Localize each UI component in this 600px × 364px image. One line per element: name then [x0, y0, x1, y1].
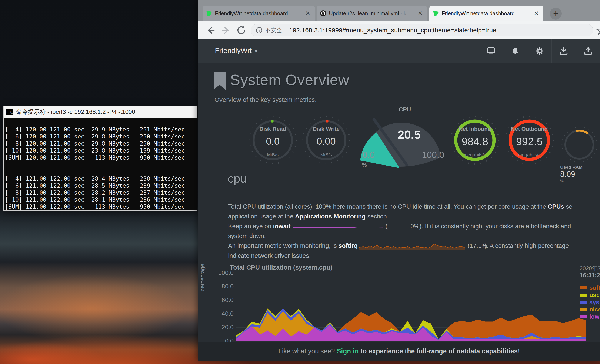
browser-window: FriendlyWrt netdata dashboard ✕ Update r…: [198, 0, 600, 361]
tab-separator: [315, 9, 315, 18]
cpu-description: Total CPU utilization (all cores). 100% …: [228, 202, 599, 261]
address-bar[interactable]: 不安全 192.168.2.1:19999/#menu_system_subme…: [251, 24, 593, 36]
gauge-disk-write[interactable]: Disk Write 0.00 MiB/s: [301, 115, 352, 166]
gauge-disk-read[interactable]: Disk Read 0.0 MiB/s: [247, 115, 298, 166]
new-tab-button[interactable]: +: [550, 8, 562, 19]
paragraph-line: Keep an eye on iowait (0%). If it is con…: [228, 221, 599, 231]
gauge-net-outbound[interactable]: Net Outbound 992.5 megabits/s: [504, 115, 555, 166]
softirq-sparkline[interactable]: [359, 241, 466, 251]
terminal-line: [ 10] 120.00-121.00 sec 23.8 MBytes 199 …: [5, 147, 197, 154]
reload-button[interactable]: [235, 24, 247, 36]
y-axis-label: percentage: [199, 264, 206, 291]
gauge-unit: megabits/s: [504, 152, 555, 158]
terminal-line: [SUM] 120.00-121.00 sec 113 MBytes 950 M…: [5, 154, 197, 161]
terminal-output: - - - - - - - - - - - - - - - - - - - - …: [5, 119, 197, 210]
terminal-titlebar[interactable]: C:\_ 命令提示符 - iperf3 -c 192.168.1.2 -P4 -…: [4, 106, 197, 118]
tab-friendlywrt-dashboard-1[interactable]: FriendlyWrt netdata dashboard ✕: [203, 6, 315, 21]
info-icon[interactable]: [255, 27, 263, 34]
terminal-line: [5, 168, 197, 175]
netdata-icon: [433, 10, 439, 17]
chart-date: 2020年3: [580, 265, 600, 272]
gauge-unit: %: [560, 179, 599, 183]
import-button[interactable]: [552, 39, 576, 63]
paragraph-line: indicate network driver issues.: [228, 251, 599, 261]
export-button[interactable]: [576, 39, 600, 63]
iowait-value: 0%: [387, 221, 419, 231]
tab-github-commit[interactable]: Update r2s_lean_minimal.yml · k ✕: [317, 6, 427, 21]
netdata-icon: [206, 10, 212, 17]
tab-title: FriendlyWrt netdata dashboard: [215, 10, 301, 17]
terminal-line: [ 4] 121.00-122.00 sec 28.4 MBytes 238 M…: [5, 175, 197, 182]
softirq-value: 17.1%: [469, 241, 485, 251]
gauge-net-inbound[interactable]: Net Inbound 984.8 megabits/s: [449, 115, 500, 166]
bookmark-star-icon[interactable]: [595, 24, 600, 36]
disk-read-dot: [271, 120, 274, 122]
cmd-icon: C:\_: [6, 109, 13, 115]
alarms-button[interactable]: [503, 39, 527, 63]
iowait-sparkline[interactable]: [292, 225, 384, 228]
tab-strip: FriendlyWrt netdata dashboard ✕ Update r…: [198, 0, 600, 21]
bell-icon: [511, 47, 520, 55]
gauge-cpu[interactable]: CPU 20.5 0.0 100.0 %: [356, 106, 454, 170]
chart-title: Total CPU utilization (system.cpu): [230, 264, 333, 271]
legend-item-softirq[interactable]: soft: [580, 285, 600, 291]
gauge-used-ram[interactable]: Used RAM 8.09 %: [560, 126, 599, 164]
terminal-line: [ 4] 120.00-121.00 sec 29.9 MBytes 251 M…: [5, 126, 197, 133]
section-title-cpu: cpu: [228, 171, 247, 185]
gauge-unit: megabits/s: [449, 152, 500, 158]
tab-friendlywrt-dashboard-2-active[interactable]: FriendlyWrt netdata dashboard ✕: [429, 6, 544, 21]
bookmark-icon: [214, 72, 225, 90]
cpu-gauge-dial: 20.5 0.0 100.0 %: [356, 113, 454, 169]
legend-swatch: [580, 286, 587, 289]
signin-banner: Like what you see? Sign in to experience…: [198, 342, 600, 361]
gauge-value: 992.5: [504, 136, 555, 148]
security-label: 不安全: [265, 26, 282, 34]
tab-close-icon[interactable]: ✕: [533, 10, 540, 17]
chart-time: 16:31:2: [580, 272, 600, 279]
gauge-max: 100.0: [422, 150, 444, 160]
sign-in-link[interactable]: Sign in: [337, 347, 358, 355]
legend-item-user[interactable]: use: [580, 292, 600, 298]
gauge-label: Used RAM: [560, 165, 599, 170]
tab-title: Update r2s_lean_minimal.yml · k: [329, 10, 414, 17]
browser-toolbar: 不安全 192.168.2.1:19999/#menu_system_subme…: [198, 21, 600, 39]
terminal-line: - - - - - - - - - - - - - - - - - - - - …: [5, 161, 197, 168]
gauge-unit: MiB/s: [247, 152, 298, 158]
settings-button[interactable]: [527, 39, 552, 63]
gauge-label: CPU: [356, 106, 454, 113]
paragraph-line: Total CPU utilization (all cores). 100% …: [228, 202, 599, 212]
url-text[interactable]: 192.168.2.1:19999/#menu_system_submenu_c…: [289, 27, 496, 34]
applications-monitoring-link[interactable]: Applications Monitoring: [295, 213, 366, 220]
back-button[interactable]: [205, 24, 216, 36]
gauge-min: 0.0: [362, 150, 375, 160]
gauge-value: 0.00: [301, 136, 352, 147]
gauge-value: 0.0: [247, 136, 298, 147]
nodes-view-button[interactable]: [479, 39, 503, 63]
cpu-chart-plot[interactable]: [236, 273, 586, 341]
dial-ticks: [560, 126, 599, 164]
legend-swatch: [580, 294, 587, 297]
legend-item-iowait[interactable]: iow: [580, 314, 599, 320]
gauge-label: Net Outbound: [504, 126, 555, 132]
terminal-line: - - - - - - - - - - - - - - - - - - - - …: [5, 119, 197, 126]
host-dropdown[interactable]: FriendlyWrt▾: [215, 46, 257, 55]
y-tick: 60.0: [212, 297, 234, 304]
gauge-value: 984.8: [449, 136, 500, 148]
cpus-link[interactable]: CPUs: [548, 203, 564, 210]
terminal-line: [SUM] 121.00-122.00 sec 113 MBytes 950 M…: [5, 203, 197, 210]
forward-button[interactable]: [220, 24, 232, 36]
chevron-down-icon: ▾: [255, 48, 257, 54]
gear-icon: [535, 47, 544, 56]
legend-item-nice[interactable]: nice: [580, 306, 600, 313]
download-icon: [559, 47, 568, 56]
y-tick: 40.0: [212, 310, 234, 317]
gauge-label: Disk Write: [301, 126, 352, 132]
tab-close-icon[interactable]: ✕: [304, 10, 311, 17]
tab-close-icon[interactable]: ✕: [416, 10, 424, 17]
terminal-title: 命令提示符 - iperf3 -c 192.168.1.2 -P4 -t1000: [16, 108, 135, 116]
terminal-window[interactable]: C:\_ 命令提示符 - iperf3 -c 192.168.1.2 -P4 -…: [3, 106, 197, 211]
y-tick: 20.0: [212, 324, 234, 331]
tab-title: FriendlyWrt netdata dashboard: [442, 10, 530, 17]
legend-swatch: [580, 315, 587, 318]
legend-item-system[interactable]: sys: [580, 299, 599, 306]
